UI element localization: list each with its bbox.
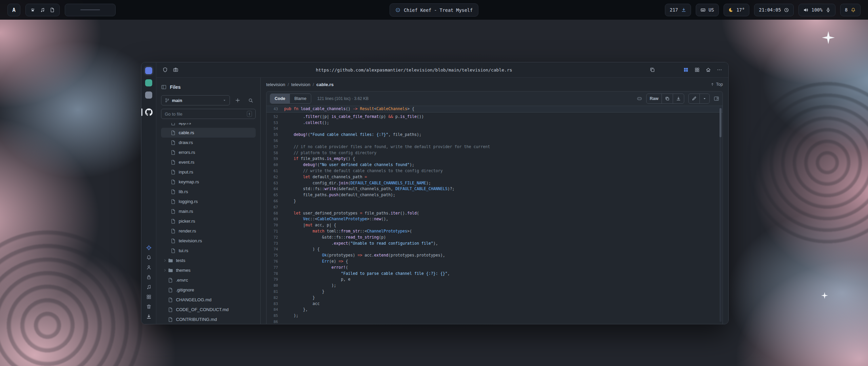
line-number[interactable]: 67 [267,204,278,210]
notifications-module[interactable]: 8 [840,4,861,16]
keyboard-layout-module[interactable]: US [696,4,719,16]
copy-link-icon[interactable] [650,67,655,73]
pinned-tab-3[interactable] [145,92,152,99]
line-number[interactable]: 54 [267,126,278,132]
extension-icon[interactable] [694,67,700,73]
line-number[interactable]: 55 [267,132,278,138]
line-number[interactable]: 62 [267,174,278,180]
line-number[interactable]: 79 [267,277,278,283]
scrollbar-thumb[interactable] [719,108,722,137]
line-number[interactable]: 69 [267,216,278,222]
download-icon[interactable] [146,314,152,319]
line-number[interactable]: 85 [267,313,278,319]
symbols-panel-icon[interactable] [714,96,719,101]
tree-item-television.rs[interactable]: television.rs [161,236,256,246]
line-number[interactable]: 61 [267,168,278,174]
line-number[interactable]: 80 [267,283,278,289]
line-number[interactable]: 84 [267,307,278,313]
crosshair-icon[interactable] [146,245,152,250]
tree-item-draw.rs[interactable]: draw.rs [161,138,256,147]
launcher-button[interactable]: A [7,4,20,16]
raw-button[interactable]: Raw [647,94,662,103]
line-number[interactable]: 66 [267,198,278,204]
line-number[interactable]: 81 [267,289,278,295]
branch-selector[interactable]: main [161,95,230,105]
tree-item-main.rs[interactable]: main.rs [161,206,256,216]
line-number[interactable]: 60 [267,162,278,168]
line-number[interactable]: 64 [267,186,278,192]
tree-item-render.rs[interactable]: render.rs [161,226,256,236]
blame-tab[interactable]: Blame [290,94,311,103]
music-note-icon[interactable] [146,284,152,290]
tree-item-tests[interactable]: tests [161,256,256,265]
edit-button[interactable] [689,94,699,103]
back-to-top-link[interactable]: Top [710,82,723,87]
line-number[interactable]: 76 [267,259,278,265]
tree-item-.gitignore[interactable]: .gitignore [161,285,256,295]
line-number[interactable]: 43 [267,106,278,112]
line-number[interactable]: 63 [267,180,278,186]
screenshot-icon[interactable] [173,67,178,73]
copilot-icon[interactable] [637,96,642,101]
tree-item-picker.rs[interactable]: picker.rs [161,216,256,226]
tree-item-lib.rs[interactable]: lib.rs [161,187,256,197]
weather-module[interactable]: 17° [724,4,749,16]
url-bar[interactable]: https://github.com/alexpasmantier/televi… [316,67,512,73]
tree-item-themes[interactable]: themes [161,265,256,275]
extension-blue-icon[interactable] [683,67,689,73]
line-number[interactable]: 57 [267,144,278,150]
notes-icon[interactable] [50,7,55,13]
tree-item-input.rs[interactable]: input.rs [161,167,256,177]
line-number[interactable]: 77 [267,265,278,271]
tree-item-errors.rs[interactable]: errors.rs [161,147,256,157]
code-tab[interactable]: Code [270,94,290,103]
breadcrumb-repo[interactable]: television [266,82,285,87]
line-number[interactable]: 83 [267,301,278,307]
line-number[interactable]: 70 [267,222,278,228]
person-icon[interactable] [146,265,152,270]
download-raw-button[interactable] [673,94,684,103]
line-number[interactable]: 65 [267,192,278,198]
line-number[interactable]: 56 [267,138,278,144]
line-number[interactable]: 74 [267,246,278,252]
line-number[interactable]: 52 [267,114,278,120]
shield-icon[interactable] [162,67,168,73]
line-number[interactable]: 72 [267,235,278,241]
line-number[interactable]: 53 [267,120,278,126]
pinned-tab-1[interactable] [145,67,152,74]
line-number[interactable]: 68 [267,210,278,217]
line-number[interactable]: 59 [267,156,278,162]
line-number[interactable]: 82 [267,295,278,301]
lock-icon[interactable] [146,274,152,280]
line-number[interactable]: 86 [267,319,278,324]
more-options-icon[interactable] [717,67,722,73]
tree-item-CONTRIBUTING.md[interactable]: CONTRIBUTING.md [161,314,256,324]
edit-dropdown[interactable] [699,94,709,103]
pinned-tab-2[interactable] [145,79,152,86]
home-icon[interactable] [706,67,711,73]
line-number[interactable]: 58 [267,150,278,156]
bell-icon[interactable] [146,255,152,260]
search-files-button[interactable] [245,95,256,105]
window-title-module[interactable] [65,4,116,16]
audio-module[interactable]: 100% [798,4,835,16]
line-number[interactable]: 75 [267,252,278,259]
line-number[interactable]: 78 [267,271,278,277]
now-playing-module[interactable]: Chief Keef - Treat Myself [390,3,478,17]
grid-icon[interactable] [146,294,152,300]
go-to-file-input[interactable]: Go to file t [161,109,256,119]
line-number[interactable]: 73 [267,241,278,247]
tree-item-keymap.rs[interactable]: keymap.rs [161,177,256,187]
collapse-sidebar-icon[interactable] [161,84,166,90]
tree-item-event.rs[interactable]: event.rs [161,157,256,167]
tree-item-.envrc[interactable]: .envrc [161,275,256,285]
tree-item-CHANGELOG.md[interactable]: CHANGELOG.md [161,295,256,305]
updates-module[interactable]: 217 [665,4,691,16]
music-note-icon[interactable] [40,7,45,13]
paw-icon[interactable] [30,7,35,13]
code-scrollbar[interactable] [719,107,722,322]
tree-item-cable.rs[interactable]: cable.rs [161,128,256,138]
tree-item-tui.rs[interactable]: tui.rs [161,246,256,256]
trash-icon[interactable] [146,304,152,309]
tree-item-logging.rs[interactable]: logging.rs [161,197,256,206]
